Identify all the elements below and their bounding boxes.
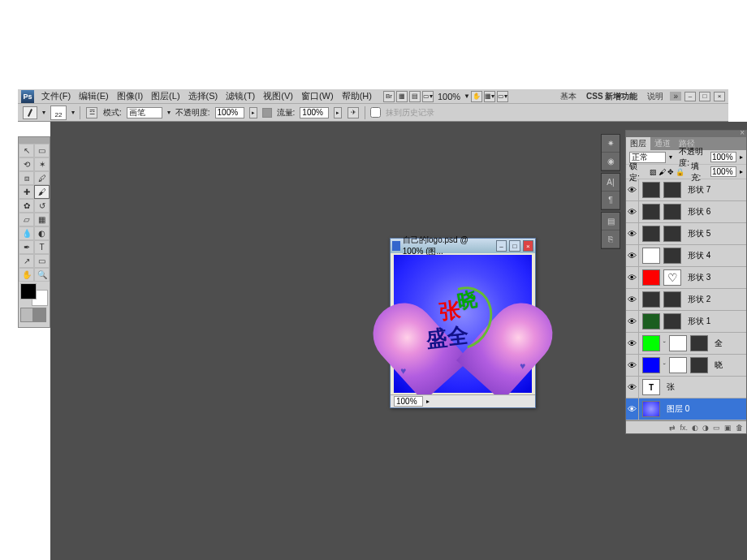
- menu-view[interactable]: 视图(V): [259, 90, 297, 102]
- layer-row[interactable]: 👁˘全: [626, 333, 746, 355]
- brush-mode-select[interactable]: 画笔: [127, 107, 162, 118]
- path-select-tool[interactable]: ↗: [19, 254, 34, 268]
- layer-thumb[interactable]: [690, 335, 708, 351]
- menu-image[interactable]: 图像(I): [113, 90, 147, 102]
- blur-tool[interactable]: 💧: [19, 226, 34, 240]
- layer-row[interactable]: 👁♡形状 3: [626, 267, 746, 289]
- visibility-toggle[interactable]: 👁: [626, 289, 639, 310]
- healing-tool[interactable]: ✚: [19, 185, 34, 199]
- adjustment-layer-icon[interactable]: ◑: [702, 424, 709, 432]
- lock-transparent-icon[interactable]: ▨: [650, 168, 657, 176]
- layer-thumb[interactable]: [690, 357, 708, 373]
- doc-maximize-button[interactable]: □: [509, 240, 520, 252]
- menu-file[interactable]: 文件(F): [37, 90, 75, 102]
- layer-thumb[interactable]: [642, 313, 660, 330]
- launch-mb-icon[interactable]: ▦: [396, 91, 408, 102]
- layer-thumb[interactable]: ♡: [663, 269, 681, 286]
- lock-paint-icon[interactable]: 🖌: [658, 168, 666, 176]
- actions-panel-icon[interactable]: ⎘: [602, 230, 620, 248]
- layer-name[interactable]: 形状 7: [688, 184, 710, 196]
- eraser-tool[interactable]: ▱: [19, 213, 34, 226]
- flow-dropdown-icon[interactable]: ▸: [334, 107, 342, 118]
- workspace-more-icon[interactable]: »: [670, 92, 681, 101]
- layer-fx-icon[interactable]: fx.: [680, 424, 688, 432]
- layer-thumb[interactable]: [642, 357, 660, 373]
- screen-mode-icon[interactable]: ▭▾: [422, 91, 434, 102]
- layer-thumb[interactable]: [642, 291, 660, 308]
- menu-layer[interactable]: 图层(L): [147, 90, 184, 102]
- brush-preset-picker[interactable]: 22: [50, 106, 67, 120]
- stamp-tool[interactable]: ✿: [19, 199, 34, 213]
- lasso-tool[interactable]: ⟲: [19, 157, 34, 171]
- lock-position-icon[interactable]: ✥: [667, 168, 674, 176]
- workspace-basic[interactable]: 基本: [557, 91, 580, 102]
- layer-thumb[interactable]: [642, 248, 660, 264]
- opacity-input[interactable]: [215, 107, 244, 118]
- layer-row[interactable]: 👁形状 6: [626, 201, 746, 223]
- workspace-info[interactable]: 说明: [644, 91, 667, 102]
- maximize-button[interactable]: □: [699, 92, 710, 101]
- menu-help[interactable]: 帮助(H): [338, 90, 376, 102]
- history-brush-tool[interactable]: ↺: [34, 199, 50, 213]
- layer-thumb[interactable]: [642, 204, 660, 220]
- color-swatches[interactable]: [20, 283, 48, 306]
- menu-edit[interactable]: 编辑(E): [75, 90, 113, 102]
- layer-thumb[interactable]: [642, 401, 660, 417]
- layer-name[interactable]: 形状 5: [688, 228, 710, 239]
- arrange-docs-icon[interactable]: ▦▾: [484, 91, 495, 102]
- brush-panel-icon[interactable]: ☲: [86, 107, 97, 118]
- visibility-toggle[interactable]: 👁: [626, 245, 639, 266]
- layer-name[interactable]: 张: [667, 381, 675, 393]
- visibility-toggle[interactable]: 👁: [626, 201, 639, 222]
- layer-thumb[interactable]: [669, 357, 687, 373]
- workspace-css[interactable]: CSS 新增功能: [583, 91, 641, 102]
- doc-close-button[interactable]: ×: [523, 240, 533, 252]
- doc-zoom-field[interactable]: 100%: [394, 396, 423, 407]
- tab-channels[interactable]: 通道: [650, 137, 675, 150]
- document-canvas[interactable]: 张 晓 盛 全 ♥ ♥: [394, 255, 532, 393]
- layer-name[interactable]: 全: [715, 338, 723, 349]
- visibility-toggle[interactable]: 👁: [626, 223, 639, 244]
- layer-thumb[interactable]: [663, 182, 681, 198]
- foreground-color[interactable]: [20, 283, 37, 299]
- new-layer-icon[interactable]: ▣: [724, 424, 732, 432]
- quick-mask-toggle[interactable]: [20, 308, 46, 322]
- visibility-toggle[interactable]: 👁: [626, 311, 639, 332]
- visibility-toggle[interactable]: 👁: [626, 267, 639, 288]
- eyedropper-tool[interactable]: 🖊: [34, 171, 50, 185]
- layer-thumb[interactable]: [663, 204, 681, 220]
- layer-name[interactable]: 形状 2: [688, 294, 710, 305]
- zoom-tool[interactable]: 🔍: [34, 268, 50, 282]
- layer-thumb[interactable]: [663, 313, 681, 330]
- layer-thumb[interactable]: [669, 335, 687, 351]
- pen-tool[interactable]: ✒: [19, 240, 34, 254]
- layer-row[interactable]: 👁形状 2: [626, 289, 746, 311]
- layer-row[interactable]: 👁形状 5: [626, 223, 746, 245]
- panel-opacity-input[interactable]: [710, 152, 736, 162]
- layer-thumb[interactable]: [642, 335, 660, 351]
- layer-row[interactable]: 👁形状 1: [626, 311, 746, 333]
- hand-icon[interactable]: ✋: [471, 91, 482, 102]
- flow-input[interactable]: [300, 107, 329, 118]
- visibility-toggle[interactable]: 👁: [626, 398, 639, 420]
- layer-thumb[interactable]: [642, 226, 660, 242]
- screen-mode2-icon[interactable]: ▭▾: [497, 91, 508, 102]
- paragraph-panel-icon[interactable]: ¶: [602, 192, 620, 209]
- airbrush-icon[interactable]: ✈: [348, 107, 359, 118]
- view-extras-icon[interactable]: ▤: [409, 91, 421, 102]
- move-tool[interactable]: ↖: [19, 144, 34, 157]
- layer-row[interactable]: 👁图层 0: [626, 398, 746, 420]
- layer-thumb[interactable]: [663, 226, 681, 242]
- menu-filter[interactable]: 滤镜(T): [222, 90, 259, 102]
- hand-tool[interactable]: ✋: [19, 268, 34, 282]
- tab-layers[interactable]: 图层: [626, 137, 650, 150]
- layer-mask-icon[interactable]: ◐: [692, 424, 698, 432]
- link-layers-icon[interactable]: ⇄: [669, 424, 676, 432]
- marquee-tool[interactable]: ▭: [34, 144, 50, 157]
- history-panel-icon[interactable]: ▤: [602, 213, 620, 230]
- menu-window[interactable]: 窗口(W): [297, 90, 338, 102]
- launch-bridge-icon[interactable]: Br: [383, 91, 395, 102]
- visibility-toggle[interactable]: 👁: [626, 355, 639, 376]
- brush-tool[interactable]: 🖌: [34, 185, 50, 199]
- layer-row[interactable]: 👁形状 4: [626, 245, 746, 267]
